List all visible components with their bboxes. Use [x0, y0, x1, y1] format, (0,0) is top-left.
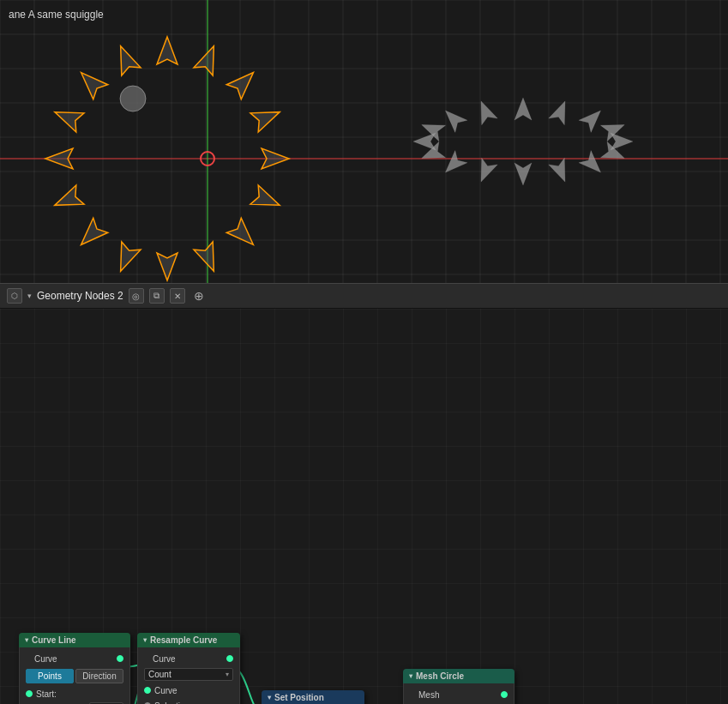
- direction-tab[interactable]: Direction: [75, 669, 123, 683]
- viewport-3d[interactable]: ane A same squiggle: [0, 0, 728, 283]
- set-position-node: ▾ Set Position Geometry Geometry Selecti…: [262, 690, 364, 704]
- pin-button[interactable]: ⊕: [194, 289, 204, 303]
- curve-line-body: Curve Points Direction Start: X 0 m Y 0 …: [19, 647, 130, 704]
- editor-type-icon[interactable]: ⬡: [7, 288, 22, 304]
- mesh-circle-title: Mesh Circle: [416, 671, 464, 681]
- copy-button[interactable]: ⧉: [149, 288, 165, 304]
- viewport-label: ane A same squiggle: [9, 9, 104, 21]
- resample-curve-body: Curve Count ▾ Curve Selection Count 10: [137, 647, 240, 704]
- curve-line-tabs: Points Direction: [26, 669, 123, 683]
- editor-dropdown-arrow[interactable]: ▾: [27, 292, 32, 300]
- curve-line-title: Curve Line: [32, 635, 76, 645]
- shield-button[interactable]: ◎: [129, 288, 144, 304]
- curve-line-node: ▾ Curve Line Curve Points Direction Star…: [19, 633, 130, 704]
- set-position-header: ▾ Set Position: [262, 690, 364, 704]
- resample-mode-dropdown[interactable]: Count ▾: [144, 668, 233, 681]
- header-bar: ⬡ ▾ Geometry Nodes 2 ◎ ⧉ ✕ ⊕: [0, 283, 728, 309]
- viewport-canvas: [0, 0, 728, 283]
- node-editor[interactable]: ▾ Group Input Geometry ○ ▾ Curve Line Cu…: [0, 309, 728, 704]
- resample-curve-node: ▾ Resample Curve Curve Count ▾ Curve Sel…: [137, 633, 240, 704]
- resample-curve-header: ▾ Resample Curve: [137, 633, 240, 647]
- points-tab[interactable]: Points: [26, 669, 74, 683]
- curve-line-header: ▾ Curve Line: [19, 633, 130, 647]
- node-tree-name: Geometry Nodes 2: [37, 290, 123, 302]
- resample-curve-title: Resample Curve: [150, 635, 217, 645]
- mesh-circle-node: ▾ Mesh Circle Mesh Fill Type None ▾ Vert…: [403, 669, 514, 704]
- set-position-title: Set Position: [274, 693, 324, 702]
- close-button[interactable]: ✕: [170, 288, 185, 304]
- mesh-circle-body: Mesh Fill Type None ▾ Vertices 16 Radius…: [403, 683, 514, 704]
- mesh-circle-header: ▾ Mesh Circle: [403, 669, 514, 683]
